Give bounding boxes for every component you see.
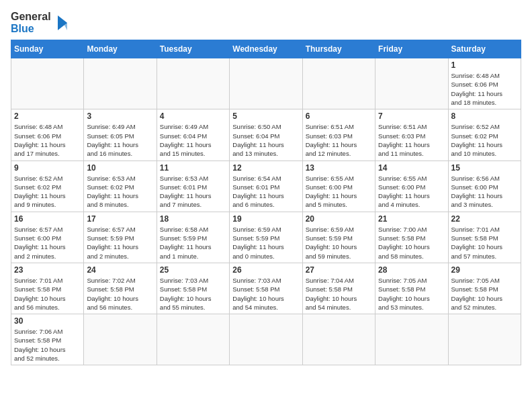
calendar-cell: 11Sunrise: 6:53 AM Sunset: 6:01 PM Dayli…	[157, 161, 229, 212]
calendar-cell: 29Sunrise: 7:05 AM Sunset: 5:58 PM Dayli…	[448, 263, 521, 314]
day-info: Sunrise: 6:52 AM Sunset: 6:02 PM Dayligh…	[14, 174, 81, 210]
day-info: Sunrise: 6:56 AM Sunset: 6:00 PM Dayligh…	[451, 174, 518, 210]
calendar-cell	[230, 58, 302, 109]
day-info: Sunrise: 6:55 AM Sunset: 6:00 PM Dayligh…	[306, 174, 372, 210]
calendar-cell	[448, 314, 521, 365]
day-info: Sunrise: 6:49 AM Sunset: 6:05 PM Dayligh…	[87, 122, 153, 158]
calendar-cell: 16Sunrise: 6:57 AM Sunset: 6:00 PM Dayli…	[11, 212, 84, 263]
calendar-week-row: 2Sunrise: 6:48 AM Sunset: 6:06 PM Daylig…	[11, 109, 521, 161]
calendar-cell: 17Sunrise: 6:57 AM Sunset: 5:59 PM Dayli…	[84, 212, 157, 263]
day-info: Sunrise: 6:58 AM Sunset: 5:59 PM Dayligh…	[160, 225, 226, 261]
calendar-cell: 22Sunrise: 7:01 AM Sunset: 5:58 PM Dayli…	[448, 212, 521, 263]
calendar-cell: 15Sunrise: 6:56 AM Sunset: 6:00 PM Dayli…	[448, 161, 521, 212]
day-info: Sunrise: 6:55 AM Sunset: 6:00 PM Dayligh…	[378, 174, 445, 210]
day-number: 22	[451, 214, 518, 224]
day-number: 1	[451, 60, 518, 70]
calendar-cell: 20Sunrise: 6:59 AM Sunset: 5:59 PM Dayli…	[302, 212, 375, 263]
calendar-week-row: 9Sunrise: 6:52 AM Sunset: 6:02 PM Daylig…	[11, 161, 521, 212]
calendar-header-row: SundayMondayTuesdayWednesdayThursdayFrid…	[11, 40, 521, 58]
day-number: 30	[14, 316, 81, 326]
logo-general: General	[11, 11, 51, 23]
day-number: 6	[306, 111, 372, 121]
day-number: 18	[160, 214, 226, 224]
page-header: General Blue	[11, 11, 521, 34]
calendar-header-friday: Friday	[375, 40, 448, 58]
day-info: Sunrise: 6:48 AM Sunset: 6:06 PM Dayligh…	[451, 71, 518, 107]
logo-text-block: General Blue	[11, 11, 51, 34]
day-info: Sunrise: 6:57 AM Sunset: 5:59 PM Dayligh…	[87, 225, 153, 261]
logo-icon	[52, 13, 73, 33]
day-info: Sunrise: 7:01 AM Sunset: 5:58 PM Dayligh…	[451, 225, 518, 261]
calendar-cell: 28Sunrise: 7:05 AM Sunset: 5:58 PM Dayli…	[375, 263, 448, 314]
calendar: SundayMondayTuesdayWednesdayThursdayFrid…	[11, 40, 521, 365]
day-number: 16	[14, 214, 81, 224]
calendar-cell	[230, 314, 302, 365]
calendar-cell: 25Sunrise: 7:03 AM Sunset: 5:58 PM Dayli…	[157, 263, 229, 314]
calendar-cell: 18Sunrise: 6:58 AM Sunset: 5:59 PM Dayli…	[157, 212, 229, 263]
svg-marker-1	[63, 23, 67, 30]
day-info: Sunrise: 6:50 AM Sunset: 6:04 PM Dayligh…	[232, 122, 299, 158]
calendar-cell: 30Sunrise: 7:06 AM Sunset: 5:58 PM Dayli…	[11, 314, 84, 365]
day-info: Sunrise: 6:53 AM Sunset: 6:01 PM Dayligh…	[160, 174, 226, 210]
calendar-cell: 27Sunrise: 7:04 AM Sunset: 5:58 PM Dayli…	[302, 263, 375, 314]
day-info: Sunrise: 6:48 AM Sunset: 6:06 PM Dayligh…	[14, 122, 81, 158]
day-number: 8	[451, 111, 518, 121]
calendar-week-row: 1Sunrise: 6:48 AM Sunset: 6:06 PM Daylig…	[11, 58, 521, 109]
day-number: 13	[306, 163, 372, 173]
day-number: 20	[306, 214, 372, 224]
calendar-header-sunday: Sunday	[11, 40, 84, 58]
calendar-cell: 6Sunrise: 6:51 AM Sunset: 6:03 PM Daylig…	[302, 109, 375, 161]
day-number: 15	[451, 163, 518, 173]
day-info: Sunrise: 7:04 AM Sunset: 5:58 PM Dayligh…	[306, 276, 372, 312]
day-info: Sunrise: 6:57 AM Sunset: 6:00 PM Dayligh…	[14, 225, 81, 261]
calendar-cell: 26Sunrise: 7:03 AM Sunset: 5:58 PM Dayli…	[230, 263, 302, 314]
day-number: 28	[378, 265, 445, 275]
logo-blue: Blue	[11, 23, 51, 35]
day-number: 11	[160, 163, 226, 173]
day-info: Sunrise: 6:53 AM Sunset: 6:02 PM Dayligh…	[87, 174, 153, 210]
day-info: Sunrise: 6:59 AM Sunset: 5:59 PM Dayligh…	[306, 225, 372, 261]
calendar-cell: 10Sunrise: 6:53 AM Sunset: 6:02 PM Dayli…	[84, 161, 157, 212]
calendar-cell	[302, 314, 375, 365]
calendar-cell: 5Sunrise: 6:50 AM Sunset: 6:04 PM Daylig…	[230, 109, 302, 161]
calendar-cell: 21Sunrise: 7:00 AM Sunset: 5:58 PM Dayli…	[375, 212, 448, 263]
calendar-cell	[11, 58, 84, 109]
day-info: Sunrise: 6:49 AM Sunset: 6:04 PM Dayligh…	[160, 122, 226, 158]
day-number: 17	[87, 214, 153, 224]
day-info: Sunrise: 6:52 AM Sunset: 6:02 PM Dayligh…	[451, 122, 518, 158]
day-info: Sunrise: 6:54 AM Sunset: 6:01 PM Dayligh…	[232, 174, 299, 210]
day-info: Sunrise: 7:05 AM Sunset: 5:58 PM Dayligh…	[451, 276, 518, 312]
calendar-cell: 12Sunrise: 6:54 AM Sunset: 6:01 PM Dayli…	[230, 161, 302, 212]
calendar-cell: 8Sunrise: 6:52 AM Sunset: 6:02 PM Daylig…	[448, 109, 521, 161]
calendar-header-monday: Monday	[84, 40, 157, 58]
calendar-header-tuesday: Tuesday	[157, 40, 229, 58]
day-info: Sunrise: 6:51 AM Sunset: 6:03 PM Dayligh…	[378, 122, 445, 158]
day-number: 9	[14, 163, 81, 173]
day-number: 3	[87, 111, 153, 121]
day-number: 19	[232, 214, 299, 224]
calendar-week-row: 23Sunrise: 7:01 AM Sunset: 5:58 PM Dayli…	[11, 263, 521, 314]
day-number: 23	[14, 265, 81, 275]
day-info: Sunrise: 7:06 AM Sunset: 5:58 PM Dayligh…	[14, 327, 81, 363]
calendar-cell	[302, 58, 375, 109]
day-number: 5	[232, 111, 299, 121]
calendar-cell: 24Sunrise: 7:02 AM Sunset: 5:58 PM Dayli…	[84, 263, 157, 314]
calendar-cell: 4Sunrise: 6:49 AM Sunset: 6:04 PM Daylig…	[157, 109, 229, 161]
calendar-week-row: 16Sunrise: 6:57 AM Sunset: 6:00 PM Dayli…	[11, 212, 521, 263]
day-number: 12	[232, 163, 299, 173]
calendar-header-thursday: Thursday	[302, 40, 375, 58]
day-number: 2	[14, 111, 81, 121]
day-number: 24	[87, 265, 153, 275]
day-number: 7	[378, 111, 445, 121]
logo: General Blue	[11, 11, 73, 34]
calendar-week-row: 30Sunrise: 7:06 AM Sunset: 5:58 PM Dayli…	[11, 314, 521, 365]
calendar-cell	[375, 58, 448, 109]
calendar-cell: 13Sunrise: 6:55 AM Sunset: 6:00 PM Dayli…	[302, 161, 375, 212]
day-info: Sunrise: 7:01 AM Sunset: 5:58 PM Dayligh…	[14, 276, 81, 312]
calendar-header-saturday: Saturday	[448, 40, 521, 58]
calendar-cell: 3Sunrise: 6:49 AM Sunset: 6:05 PM Daylig…	[84, 109, 157, 161]
day-info: Sunrise: 7:05 AM Sunset: 5:58 PM Dayligh…	[378, 276, 445, 312]
day-number: 27	[306, 265, 372, 275]
day-number: 25	[160, 265, 226, 275]
calendar-header-wednesday: Wednesday	[230, 40, 302, 58]
